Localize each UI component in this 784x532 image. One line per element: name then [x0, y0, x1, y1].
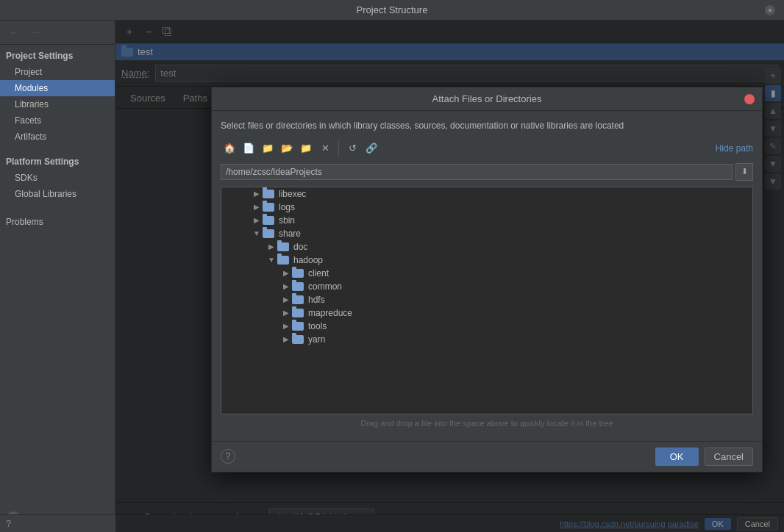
modal-header: Attach Files or Directories — [212, 87, 762, 111]
folder-icon — [292, 322, 304, 331]
tree-item-label: sbin — [277, 215, 295, 226]
sidebar-item-facets[interactable]: Facets — [0, 112, 115, 129]
modal-title: Attach Files or Directories — [432, 93, 542, 104]
folder-icon — [277, 256, 289, 265]
tree-item-label: share — [277, 229, 301, 239]
tree-arrow-icon: ▶ — [280, 269, 292, 277]
path-row: ⬇ — [221, 163, 753, 181]
tree-item-label: hadoop — [292, 255, 323, 265]
folder-icon — [292, 309, 304, 317]
drag-drop-hint: Drag and drop a file into the space abov… — [221, 414, 753, 432]
modal-description: Select files or directories in which lib… — [221, 120, 753, 132]
nav-arrows: ← → — [0, 21, 115, 45]
tree-item-label: common — [307, 281, 342, 292]
footer-right: OK Cancel — [655, 447, 753, 466]
file-tree[interactable]: ▶libexec▶logs▶sbin▼share▶doc▼hadoop▶clie… — [221, 187, 753, 414]
tree-item[interactable]: ▶mapreduce — [221, 306, 752, 320]
tree-arrow-icon: ▶ — [266, 242, 277, 251]
tree-arrow-icon: ▶ — [280, 335, 292, 343]
tree-arrow-icon: ▶ — [251, 203, 263, 211]
tree-item-label: yarn — [307, 334, 325, 345]
sidebar-item-libraries[interactable]: Libraries — [0, 96, 115, 112]
forward-arrow[interactable]: → — [28, 25, 44, 40]
modal-body: Select files or directories in which lib… — [212, 111, 762, 441]
sidebar-item-project[interactable]: Project — [0, 64, 115, 80]
project-settings-heading: Project Settings — [0, 45, 115, 64]
folder-icon — [263, 229, 274, 238]
tree-item-label: tools — [307, 321, 327, 331]
folder-icon — [263, 190, 274, 198]
tree-item[interactable]: ▶sbin — [221, 214, 752, 227]
folder-icon — [292, 295, 304, 304]
tree-item[interactable]: ▶yarn — [221, 333, 752, 346]
new-folder-button[interactable]: 📁 — [259, 140, 277, 157]
sidebar-item-sdks[interactable]: SDKs — [0, 170, 115, 186]
folder-icon — [263, 216, 274, 225]
tree-item-label: libexec — [277, 189, 306, 199]
folder-icon — [292, 335, 304, 344]
tree-arrow-icon: ▶ — [280, 282, 292, 290]
footer-left: ? — [221, 449, 235, 464]
sidebar: ← → Project Settings Project Modules Lib… — [0, 21, 115, 532]
platform-settings-heading: Platform Settings — [0, 151, 115, 170]
folder2-button[interactable]: 📁 — [297, 140, 315, 157]
refresh-button[interactable]: ↺ — [343, 140, 361, 157]
cancel-button[interactable]: Cancel — [705, 447, 753, 466]
tree-item[interactable]: ▼share — [221, 227, 752, 240]
tree-arrow-icon: ▼ — [251, 229, 263, 237]
sidebar-item-artifacts[interactable]: Artifacts — [0, 129, 115, 145]
hide-path-button[interactable]: Hide path — [716, 143, 753, 154]
tree-item-label: logs — [277, 202, 295, 212]
tree-item[interactable]: ▶common — [221, 280, 752, 293]
tree-item[interactable]: ▼hadoop — [221, 254, 752, 267]
title-bar: Project Structure ● — [0, 0, 784, 21]
tree-arrow-icon: ▶ — [280, 322, 292, 330]
question-icon-status[interactable]: ? — [6, 518, 11, 529]
attach-files-modal: Attach Files or Directories Select files… — [211, 87, 763, 472]
path-input[interactable] — [221, 164, 733, 180]
folder-icon — [263, 203, 274, 212]
tree-item-label: mapreduce — [307, 308, 352, 318]
tree-item[interactable]: ▶doc — [221, 240, 752, 254]
title-bar-title: Project Structure — [357, 4, 428, 15]
tree-arrow-icon: ▶ — [251, 216, 263, 224]
window-close-button[interactable]: ● — [765, 5, 775, 15]
remove-file-button[interactable]: ✕ — [316, 140, 334, 157]
home-button[interactable]: 🏠 — [221, 140, 238, 157]
toolbar-separator — [338, 141, 339, 156]
tree-item[interactable]: ▶hdfs — [221, 293, 752, 306]
path-browse-button[interactable]: ⬇ — [735, 163, 753, 181]
tree-item[interactable]: ▶client — [221, 267, 752, 280]
ok-button[interactable]: OK — [655, 447, 699, 466]
file-button[interactable]: 📄 — [240, 140, 257, 157]
tree-arrow-icon: ▼ — [266, 256, 277, 264]
back-arrow[interactable]: ← — [6, 25, 22, 40]
modal-footer: ? OK Cancel — [212, 441, 762, 472]
link-button[interactable]: 🔗 — [363, 140, 380, 157]
tree-item[interactable]: ▶logs — [221, 201, 752, 214]
modal-close-button[interactable] — [744, 94, 755, 104]
folder-icon — [292, 269, 304, 278]
tree-item[interactable]: ▶tools — [221, 320, 752, 333]
modal-help-button[interactable]: ? — [221, 449, 235, 464]
tree-arrow-icon: ▶ — [280, 309, 292, 317]
tree-item-label: hdfs — [307, 295, 325, 305]
tree-item-label: doc — [292, 242, 307, 252]
folder-icon — [292, 282, 304, 291]
sidebar-item-modules[interactable]: Modules — [0, 80, 115, 96]
tree-arrow-icon: ▶ — [280, 295, 292, 303]
content-area: + − ⿻ test Name: Sources Paths Dependenc… — [115, 21, 784, 532]
file-browser-toolbar: 🏠 📄 📁 📂 📁 ✕ ↺ 🔗 Hide path — [221, 140, 753, 157]
tree-arrow-icon: ▶ — [251, 190, 263, 198]
sidebar-item-global-libraries[interactable]: Global Libraries — [0, 186, 115, 202]
sidebar-item-problems[interactable]: Problems — [0, 214, 115, 230]
folder-icon — [277, 242, 289, 251]
tree-item[interactable]: ▶libexec — [221, 187, 752, 201]
tree-item-label: client — [307, 268, 329, 278]
open-folder-button[interactable]: 📂 — [278, 140, 296, 157]
